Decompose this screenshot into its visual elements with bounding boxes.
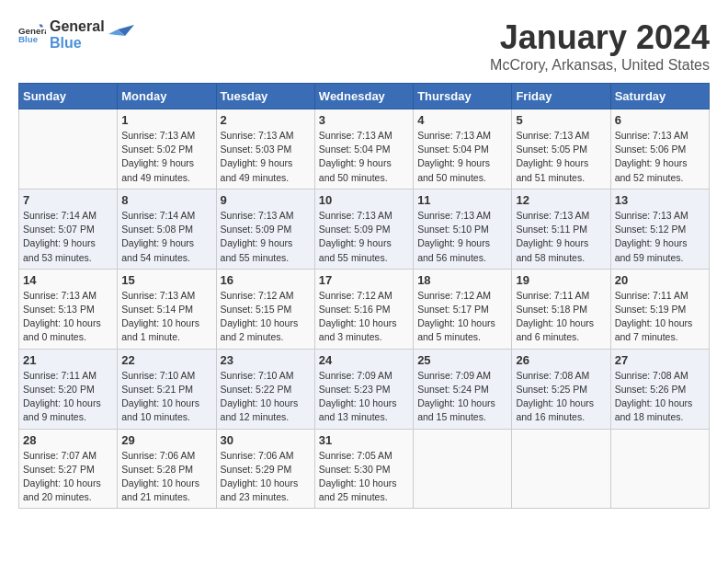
- cell-content: Sunrise: 7:05 AM Sunset: 5:30 PM Dayligh…: [319, 449, 409, 505]
- calendar-title: January 2024: [490, 18, 710, 57]
- cell-content: Sunrise: 7:13 AM Sunset: 5:04 PM Dayligh…: [319, 129, 409, 185]
- cell-content: Sunrise: 7:11 AM Sunset: 5:18 PM Dayligh…: [516, 289, 606, 345]
- day-number: 18: [417, 273, 507, 287]
- day-number: 31: [319, 433, 409, 447]
- cell-content: Sunrise: 7:07 AM Sunset: 5:27 PM Dayligh…: [23, 449, 113, 505]
- calendar-cell: [19, 109, 118, 190]
- cell-content: Sunrise: 7:13 AM Sunset: 5:13 PM Dayligh…: [23, 289, 113, 345]
- cell-content: Sunrise: 7:12 AM Sunset: 5:17 PM Dayligh…: [417, 289, 507, 345]
- day-number: 15: [121, 273, 211, 287]
- calendar-cell: 19Sunrise: 7:11 AM Sunset: 5:18 PM Dayli…: [512, 269, 610, 349]
- calendar-cell: 4Sunrise: 7:13 AM Sunset: 5:04 PM Daylig…: [414, 109, 512, 190]
- calendar-cell: 3Sunrise: 7:13 AM Sunset: 5:04 PM Daylig…: [314, 109, 413, 190]
- calendar-cell: 12Sunrise: 7:13 AM Sunset: 5:11 PM Dayli…: [512, 189, 610, 269]
- cell-content: Sunrise: 7:11 AM Sunset: 5:20 PM Dayligh…: [23, 369, 113, 425]
- logo-icon: General Blue: [18, 24, 46, 46]
- day-number: 12: [516, 193, 606, 207]
- header-saturday: Saturday: [610, 84, 709, 109]
- cell-content: Sunrise: 7:12 AM Sunset: 5:16 PM Dayligh…: [319, 289, 409, 345]
- cell-content: Sunrise: 7:14 AM Sunset: 5:07 PM Dayligh…: [23, 209, 113, 265]
- calendar-cell: 6Sunrise: 7:13 AM Sunset: 5:06 PM Daylig…: [610, 109, 709, 190]
- cell-content: Sunrise: 7:13 AM Sunset: 5:06 PM Dayligh…: [615, 129, 705, 185]
- calendar-cell: 23Sunrise: 7:10 AM Sunset: 5:22 PM Dayli…: [216, 349, 314, 429]
- day-number: 30: [221, 433, 311, 447]
- week-row-2: 7Sunrise: 7:14 AM Sunset: 5:07 PM Daylig…: [19, 189, 710, 269]
- week-row-5: 28Sunrise: 7:07 AM Sunset: 5:27 PM Dayli…: [19, 429, 710, 509]
- cell-content: Sunrise: 7:13 AM Sunset: 5:12 PM Dayligh…: [615, 209, 705, 265]
- day-number: 16: [221, 273, 311, 287]
- day-number: 24: [319, 353, 409, 367]
- calendar-cell: [610, 429, 709, 509]
- cell-content: Sunrise: 7:13 AM Sunset: 5:04 PM Dayligh…: [417, 129, 507, 185]
- logo-general: General: [50, 18, 105, 35]
- day-number: 5: [516, 113, 606, 127]
- cell-content: Sunrise: 7:13 AM Sunset: 5:14 PM Dayligh…: [121, 289, 211, 345]
- calendar-cell: 9Sunrise: 7:13 AM Sunset: 5:09 PM Daylig…: [216, 189, 314, 269]
- calendar-subtitle: McCrory, Arkansas, United States: [490, 57, 710, 74]
- cell-content: Sunrise: 7:12 AM Sunset: 5:15 PM Dayligh…: [221, 289, 311, 345]
- cell-content: Sunrise: 7:13 AM Sunset: 5:03 PM Dayligh…: [221, 129, 311, 185]
- week-row-3: 14Sunrise: 7:13 AM Sunset: 5:13 PM Dayli…: [19, 269, 710, 349]
- cell-content: Sunrise: 7:13 AM Sunset: 5:10 PM Dayligh…: [417, 209, 507, 265]
- calendar-cell: [512, 429, 610, 509]
- cell-content: Sunrise: 7:14 AM Sunset: 5:08 PM Dayligh…: [121, 209, 211, 265]
- week-row-4: 21Sunrise: 7:11 AM Sunset: 5:20 PM Dayli…: [19, 349, 710, 429]
- calendar-table: SundayMondayTuesdayWednesdayThursdayFrid…: [18, 83, 710, 509]
- calendar-cell: 20Sunrise: 7:11 AM Sunset: 5:19 PM Dayli…: [610, 269, 709, 349]
- cell-content: Sunrise: 7:13 AM Sunset: 5:11 PM Dayligh…: [516, 209, 606, 265]
- calendar-cell: 15Sunrise: 7:13 AM Sunset: 5:14 PM Dayli…: [118, 269, 216, 349]
- day-number: 10: [319, 193, 409, 207]
- calendar-cell: 24Sunrise: 7:09 AM Sunset: 5:23 PM Dayli…: [314, 349, 413, 429]
- day-number: 9: [221, 193, 311, 207]
- day-number: 20: [615, 273, 705, 287]
- day-number: 27: [615, 353, 705, 367]
- calendar-cell: 8Sunrise: 7:14 AM Sunset: 5:08 PM Daylig…: [118, 189, 216, 269]
- day-number: 8: [121, 193, 211, 207]
- day-number: 11: [417, 193, 507, 207]
- calendar-cell: 25Sunrise: 7:09 AM Sunset: 5:24 PM Dayli…: [414, 349, 512, 429]
- logo-blue: Blue: [50, 35, 105, 52]
- header: General Blue General Blue January 2024 M…: [18, 18, 710, 74]
- cell-content: Sunrise: 7:09 AM Sunset: 5:23 PM Dayligh…: [319, 369, 409, 425]
- calendar-cell: 11Sunrise: 7:13 AM Sunset: 5:10 PM Dayli…: [414, 189, 512, 269]
- day-number: 21: [23, 353, 113, 367]
- week-row-1: 1Sunrise: 7:13 AM Sunset: 5:02 PM Daylig…: [19, 109, 710, 190]
- calendar-cell: 28Sunrise: 7:07 AM Sunset: 5:27 PM Dayli…: [19, 429, 118, 509]
- calendar-cell: 29Sunrise: 7:06 AM Sunset: 5:28 PM Dayli…: [118, 429, 216, 509]
- calendar-cell: 10Sunrise: 7:13 AM Sunset: 5:09 PM Dayli…: [314, 189, 413, 269]
- day-number: 25: [417, 353, 507, 367]
- calendar-cell: 1Sunrise: 7:13 AM Sunset: 5:02 PM Daylig…: [118, 109, 216, 190]
- day-number: 14: [23, 273, 113, 287]
- calendar-cell: 31Sunrise: 7:05 AM Sunset: 5:30 PM Dayli…: [314, 429, 413, 509]
- header-friday: Friday: [512, 84, 610, 109]
- svg-text:Blue: Blue: [18, 34, 39, 44]
- day-number: 7: [23, 193, 113, 207]
- day-number: 29: [121, 433, 211, 447]
- day-number: 26: [516, 353, 606, 367]
- cell-content: Sunrise: 7:13 AM Sunset: 5:09 PM Dayligh…: [221, 209, 311, 265]
- header-thursday: Thursday: [414, 84, 512, 109]
- calendar-cell: 5Sunrise: 7:13 AM Sunset: 5:05 PM Daylig…: [512, 109, 610, 190]
- calendar-cell: 22Sunrise: 7:10 AM Sunset: 5:21 PM Dayli…: [118, 349, 216, 429]
- logo: General Blue General Blue: [18, 18, 134, 51]
- calendar-cell: 13Sunrise: 7:13 AM Sunset: 5:12 PM Dayli…: [610, 189, 709, 269]
- cell-content: Sunrise: 7:06 AM Sunset: 5:29 PM Dayligh…: [221, 449, 311, 505]
- calendar-cell: 17Sunrise: 7:12 AM Sunset: 5:16 PM Dayli…: [314, 269, 413, 349]
- calendar-cell: 26Sunrise: 7:08 AM Sunset: 5:25 PM Dayli…: [512, 349, 610, 429]
- day-number: 17: [319, 273, 409, 287]
- header-monday: Monday: [118, 84, 216, 109]
- day-number: 1: [121, 113, 211, 127]
- header-sunday: Sunday: [19, 84, 118, 109]
- day-number: 19: [516, 273, 606, 287]
- cell-content: Sunrise: 7:06 AM Sunset: 5:28 PM Dayligh…: [121, 449, 211, 505]
- cell-content: Sunrise: 7:13 AM Sunset: 5:02 PM Dayligh…: [121, 129, 211, 185]
- cell-content: Sunrise: 7:09 AM Sunset: 5:24 PM Dayligh…: [417, 369, 507, 425]
- days-header-row: SundayMondayTuesdayWednesdayThursdayFrid…: [19, 84, 710, 109]
- calendar-cell: 7Sunrise: 7:14 AM Sunset: 5:07 PM Daylig…: [19, 189, 118, 269]
- title-area: January 2024 McCrory, Arkansas, United S…: [490, 18, 710, 74]
- cell-content: Sunrise: 7:13 AM Sunset: 5:09 PM Dayligh…: [319, 209, 409, 265]
- calendar-cell: 2Sunrise: 7:13 AM Sunset: 5:03 PM Daylig…: [216, 109, 314, 190]
- calendar-cell: 21Sunrise: 7:11 AM Sunset: 5:20 PM Dayli…: [19, 349, 118, 429]
- day-number: 23: [221, 353, 311, 367]
- cell-content: Sunrise: 7:10 AM Sunset: 5:22 PM Dayligh…: [221, 369, 311, 425]
